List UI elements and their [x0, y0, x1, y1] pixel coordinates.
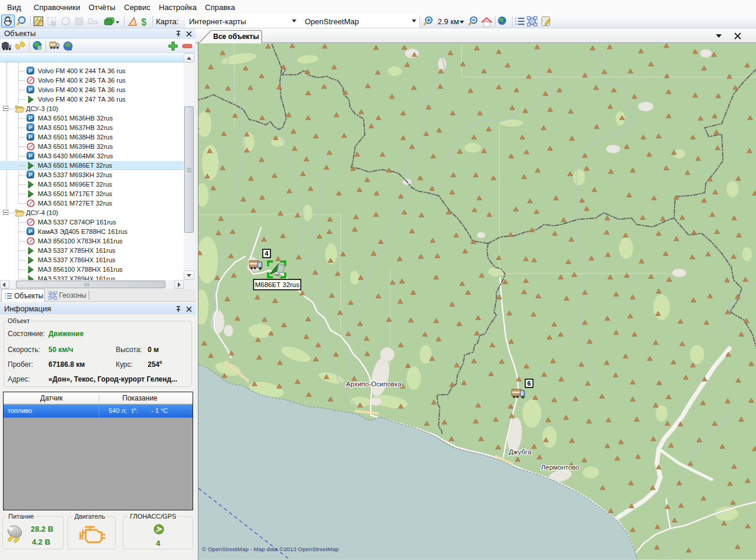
svg-text:Лермонтово: Лермонтово: [541, 464, 579, 471]
svg-text:$: $: [141, 17, 146, 27]
svg-text:P: P: [28, 152, 32, 159]
svg-text:P: P: [28, 86, 32, 93]
svg-text:4: 4: [265, 250, 269, 257]
svg-text:P: P: [28, 115, 32, 121]
svg-text:М686ЕТ 32rus: М686ЕТ 32rus: [255, 281, 299, 288]
svg-text:P: P: [28, 67, 32, 74]
svg-text:Джубга: Джубга: [509, 448, 532, 455]
svg-text:© OpenStreetMap - Map data ©20: © OpenStreetMap - Map data ©2013 OpenStr…: [202, 546, 339, 552]
svg-text:P: P: [28, 124, 32, 131]
svg-text:P: P: [28, 134, 32, 140]
svg-text:2.9 км: 2.9 км: [438, 17, 459, 26]
svg-text:P: P: [28, 171, 32, 178]
svg-text:6: 6: [527, 380, 531, 387]
svg-text:P: P: [28, 228, 32, 235]
svg-text:Архипо-Осиповка: Архипо-Осиповка: [346, 380, 402, 388]
